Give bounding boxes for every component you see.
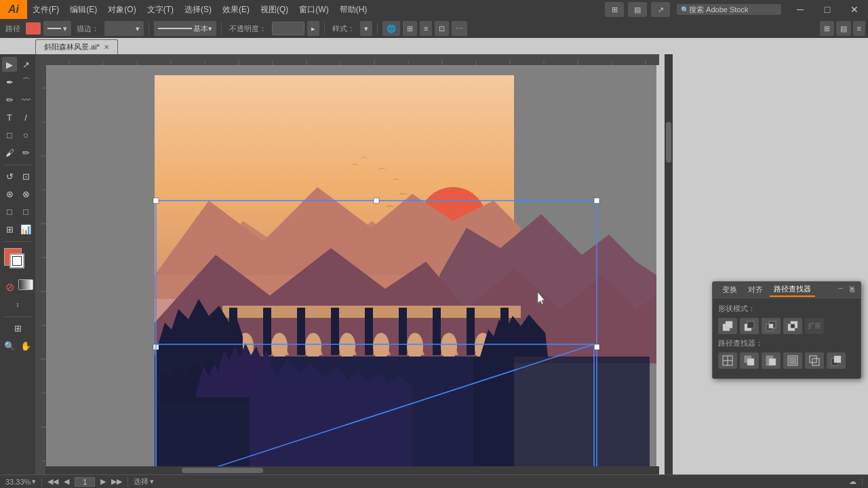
page-input[interactable] bbox=[75, 477, 95, 487]
prev-artboard-btn[interactable]: ◀◀ bbox=[47, 477, 58, 486]
curvature-tool[interactable]: ⌒ bbox=[18, 75, 33, 89]
fill-color-swatch[interactable] bbox=[26, 22, 41, 35]
minus-front-button[interactable] bbox=[740, 318, 759, 334]
style-selector[interactable]: ▾ bbox=[360, 21, 372, 36]
menu-help[interactable]: 帮助(H) bbox=[334, 0, 373, 19]
mesh-tool[interactable]: ⊞ bbox=[2, 222, 17, 237]
align-btn[interactable]: ≡ bbox=[420, 21, 432, 36]
search-input[interactable] bbox=[689, 5, 777, 14]
path-label: 路径 bbox=[3, 24, 23, 34]
cloud-sync-icon[interactable]: ☁ bbox=[849, 477, 856, 486]
menu-effect[interactable]: 效果(E) bbox=[217, 0, 255, 19]
svg-point-53 bbox=[339, 333, 355, 360]
artwork-canvas[interactable] bbox=[46, 65, 656, 479]
column-graph-tool[interactable]: □ bbox=[18, 204, 33, 219]
pen-tool[interactable]: ✒ bbox=[2, 75, 17, 89]
merge-button[interactable] bbox=[762, 352, 781, 369]
menu-text[interactable]: 文字(T) bbox=[142, 0, 179, 19]
globe-icon-btn[interactable]: 🌐 bbox=[382, 21, 400, 36]
stroke-selector[interactable]: ▾ bbox=[43, 21, 71, 36]
gradient-swatch[interactable] bbox=[18, 279, 33, 290]
menu-view[interactable]: 视图(Q) bbox=[255, 0, 294, 19]
layout-switch-btn[interactable]: ▤ bbox=[836, 21, 851, 36]
pencil-tool[interactable]: ✏ bbox=[2, 92, 17, 107]
next-btn[interactable]: ▶ bbox=[100, 477, 106, 486]
search-box[interactable]: 🔍 bbox=[677, 4, 781, 15]
gradient-tool[interactable]: 📊 bbox=[18, 222, 33, 237]
control-bar: 路径 ▾ 描边： ▾ 基本▾ 不透明度： 100% ▸ 样式： ▾ 🌐 ⊞ ≡ … bbox=[0, 19, 868, 38]
exclude-button[interactable] bbox=[783, 318, 802, 334]
toolbox: ▶ ↗ ✒ ⌒ ✏ 〰 T / □ ○ 🖌 ✏ ↺ ⊡ ⊛ ⊗ □ □ ⊞ 📊 bbox=[0, 54, 35, 488]
ellipse-tool[interactable]: ○ bbox=[18, 127, 33, 142]
svg-rect-0 bbox=[35, 54, 659, 65]
direct-select-tool[interactable]: ↗ bbox=[18, 57, 33, 72]
menu-edit[interactable]: 编辑(E) bbox=[64, 0, 102, 19]
transform-btn[interactable]: ⊡ bbox=[435, 21, 449, 36]
opacity-input[interactable]: 100% bbox=[272, 22, 304, 35]
minimize-button[interactable]: ─ bbox=[787, 0, 814, 19]
trim-button[interactable] bbox=[740, 352, 759, 369]
zoom-tool[interactable]: 🔍 bbox=[2, 338, 17, 353]
outline-button[interactable] bbox=[805, 352, 824, 369]
pathfinder-panel: ─ ✕ 变换 对齐 路径查找器 ≡ 形状模式： bbox=[712, 281, 861, 379]
minus-back-button[interactable] bbox=[827, 352, 846, 369]
stroke-style-selector[interactable]: 基本▾ bbox=[154, 21, 216, 36]
type-tool[interactable]: T bbox=[2, 110, 17, 125]
warp-tool[interactable]: ⊛ bbox=[2, 186, 17, 201]
status-select[interactable]: 选择 ▾ bbox=[134, 476, 154, 487]
prev-btn[interactable]: ◀ bbox=[64, 477, 69, 486]
tool-group-rotate: ↺ ⊡ bbox=[2, 169, 33, 184]
menu-object[interactable]: 对象(O) bbox=[102, 0, 141, 19]
layout-icon[interactable]: ▤ bbox=[628, 2, 647, 17]
menu-file[interactable]: 文件(F) bbox=[27, 0, 64, 19]
intersect-button[interactable] bbox=[762, 318, 781, 334]
swap-colors-icon[interactable]: ↕ bbox=[10, 297, 25, 312]
panel-tab-pathfinder[interactable]: 路径查找器 bbox=[770, 283, 815, 297]
arrange-btn[interactable]: ⊞ bbox=[820, 21, 834, 36]
tab-close-icon[interactable]: ✕ bbox=[104, 43, 109, 51]
grid-icon-btn[interactable]: ⊞ bbox=[403, 21, 417, 36]
menu-window[interactable]: 窗口(W) bbox=[294, 0, 334, 19]
line-tool[interactable]: / bbox=[18, 110, 33, 125]
blob-brush-tool[interactable]: ✏ bbox=[18, 145, 33, 160]
stroke-width-input[interactable]: ▾ bbox=[104, 21, 144, 36]
svg-point-55 bbox=[407, 333, 423, 360]
scrollbar-bottom[interactable] bbox=[46, 466, 659, 474]
paintbrush-tool[interactable]: 🖌 bbox=[2, 145, 17, 160]
rotate-tool[interactable]: ↺ bbox=[2, 169, 17, 184]
opacity-expand[interactable]: ▸ bbox=[307, 21, 319, 36]
divide-button[interactable] bbox=[718, 352, 737, 369]
hand-tool[interactable]: ✋ bbox=[18, 338, 33, 353]
smooth-tool[interactable]: 〰 bbox=[18, 92, 33, 107]
stroke-swatch[interactable] bbox=[9, 253, 24, 268]
panel-tab-align[interactable]: 对齐 bbox=[744, 283, 767, 296]
document-tab[interactable]: 斜阳森林风景.ai* ✕ bbox=[35, 39, 118, 54]
props-btn[interactable]: ≡ bbox=[853, 21, 865, 36]
rect-tool[interactable]: □ bbox=[2, 127, 17, 142]
panel-tab-transform[interactable]: 变换 bbox=[718, 283, 741, 296]
panel-minimize-icon[interactable]: ─ bbox=[838, 285, 843, 292]
close-button[interactable]: ✕ bbox=[841, 0, 868, 19]
arrange-icon[interactable]: ⊞ bbox=[605, 2, 624, 17]
unite-button[interactable] bbox=[718, 318, 737, 334]
select-tool[interactable]: ▶ bbox=[2, 57, 17, 72]
expand-button[interactable]: 扩展 bbox=[805, 318, 824, 334]
status-expand-icon: ▾ bbox=[150, 477, 154, 486]
scrollbar-right[interactable] bbox=[665, 54, 673, 474]
maximize-button[interactable]: □ bbox=[814, 0, 841, 19]
panel-close-icon[interactable]: ✕ bbox=[848, 284, 855, 293]
artboard-tool[interactable]: ⊞ bbox=[10, 321, 25, 336]
puppet-warp-tool[interactable]: ⊗ bbox=[18, 186, 33, 201]
crop-button[interactable] bbox=[783, 352, 802, 369]
menu-select[interactable]: 选择(S) bbox=[179, 0, 217, 19]
none-swatch[interactable]: ⊘ bbox=[2, 279, 17, 294]
more-btn[interactable]: ⋯ bbox=[452, 21, 467, 36]
symbol-tool[interactable]: □ bbox=[2, 204, 17, 219]
reflect-tool[interactable]: ⊡ bbox=[18, 169, 33, 184]
tool-group-chart: ⊞ 📊 bbox=[2, 222, 33, 237]
zoom-control[interactable]: 33.33% ▾ bbox=[5, 477, 36, 486]
next-artboard-btn[interactable]: ▶▶ bbox=[111, 477, 122, 486]
svg-rect-47 bbox=[433, 308, 441, 355]
svg-point-51 bbox=[271, 333, 288, 360]
share-icon[interactable]: ↗ bbox=[651, 2, 670, 17]
